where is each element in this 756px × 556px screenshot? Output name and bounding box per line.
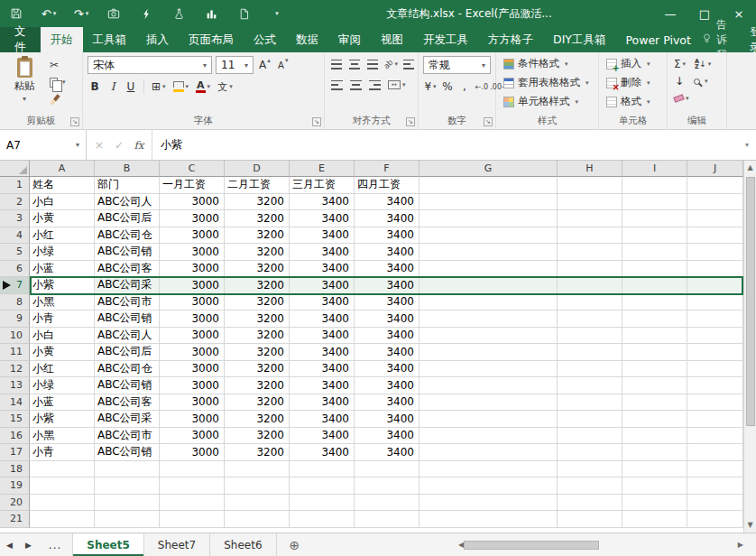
column-header-D[interactable]: D	[225, 161, 290, 177]
row-header-1[interactable]: 1	[0, 177, 30, 194]
font-size-select[interactable]: 11▾	[216, 56, 254, 74]
cell-I2[interactable]	[622, 194, 687, 211]
cell-F14[interactable]: 3400	[355, 394, 419, 412]
conditional-formatting-button[interactable]: 条件格式▾	[501, 54, 594, 73]
percent-button[interactable]: %	[440, 79, 455, 95]
cell-I19[interactable]	[622, 477, 687, 495]
cell-D1[interactable]: 二月工资	[225, 177, 290, 194]
row-header-14[interactable]: 14	[0, 394, 30, 412]
tab-DIY工具箱[interactable]: DIY工具箱	[543, 27, 615, 52]
cell-H14[interactable]	[558, 394, 622, 412]
column-header-A[interactable]: A	[30, 161, 95, 177]
cell-A21[interactable]	[30, 511, 95, 528]
cell-B1[interactable]: 部门	[95, 177, 160, 194]
align-top-button[interactable]	[329, 56, 344, 72]
cell-F18[interactable]	[355, 461, 419, 478]
tab-审阅[interactable]: 审阅	[328, 27, 371, 52]
cell-H2[interactable]	[558, 194, 622, 211]
column-header-I[interactable]: I	[622, 161, 687, 177]
cell-E6[interactable]: 3400	[290, 261, 355, 278]
cell-J18[interactable]	[687, 461, 743, 478]
flask-icon[interactable]	[170, 3, 188, 24]
cell-D5[interactable]: 3200	[225, 244, 290, 261]
row-header-15[interactable]: 15	[0, 411, 30, 428]
cell-J21[interactable]	[687, 511, 743, 528]
autosum-button[interactable]: Σ▾	[672, 56, 687, 72]
row-header-20[interactable]: 20	[0, 495, 30, 512]
cell-G8[interactable]	[419, 294, 558, 311]
cell-C9[interactable]: 3000	[160, 310, 225, 328]
font-dialog-launcher[interactable]: ↘	[312, 117, 321, 126]
cell-I14[interactable]	[622, 394, 687, 412]
cell-J2[interactable]	[687, 194, 743, 211]
cell-B3[interactable]: ABC公司后	[95, 210, 160, 227]
cell-I18[interactable]	[622, 461, 687, 478]
insert-function-icon[interactable]: fx	[129, 139, 149, 152]
cell-I6[interactable]	[622, 261, 687, 278]
cell-H7[interactable]	[558, 277, 622, 294]
row-header-18[interactable]: 18	[0, 461, 30, 478]
sheet-tab-Sheet5[interactable]: Sheet5	[73, 533, 144, 556]
cell-D11[interactable]: 3200	[225, 344, 290, 361]
cell-F10[interactable]: 3400	[355, 328, 419, 345]
cell-E3[interactable]: 3400	[290, 210, 355, 227]
comma-button[interactable]: ,	[457, 79, 472, 95]
cell-G20[interactable]	[419, 495, 558, 512]
cell-C4[interactable]: 3000	[160, 227, 225, 245]
cell-B14[interactable]: ABC公司客	[95, 394, 160, 412]
cell-D20[interactable]	[225, 495, 290, 512]
cell-H13[interactable]	[558, 377, 622, 394]
cell-D10[interactable]: 3200	[225, 328, 290, 345]
column-header-H[interactable]: H	[558, 161, 622, 177]
cell-A3[interactable]: 小黄	[30, 210, 95, 227]
lightning-icon[interactable]	[137, 3, 155, 24]
cell-E5[interactable]: 3400	[290, 244, 355, 261]
borders-button[interactable]: ⊞▾	[150, 79, 168, 95]
cell-A2[interactable]: 小白	[30, 194, 95, 211]
cell-E13[interactable]: 3400	[290, 377, 355, 394]
cell-E17[interactable]: 3400	[290, 444, 355, 461]
bold-button[interactable]: B	[88, 79, 102, 95]
cell-I20[interactable]	[622, 495, 687, 512]
cell-B16[interactable]: ABC公司市	[95, 428, 160, 445]
cell-J1[interactable]	[687, 177, 743, 194]
cell-B7[interactable]: ABC公司采	[95, 277, 160, 294]
row-header-3[interactable]: 3	[0, 210, 30, 227]
copy-button[interactable]: ▾	[50, 75, 66, 89]
font-color-button[interactable]: A▾	[194, 79, 212, 95]
cell-H21[interactable]	[558, 511, 622, 528]
cell-D18[interactable]	[225, 461, 290, 478]
cell-F17[interactable]: 3400	[355, 444, 419, 461]
cell-J7[interactable]	[687, 277, 743, 294]
cell-I17[interactable]	[622, 444, 687, 461]
tab-插入[interactable]: 插入	[136, 27, 179, 52]
cell-E4[interactable]: 3400	[290, 227, 355, 245]
cell-A13[interactable]: 小绿	[30, 377, 95, 394]
cell-E12[interactable]: 3400	[290, 361, 355, 378]
underline-button[interactable]: U	[124, 79, 138, 95]
cell-D16[interactable]: 3200	[225, 428, 290, 445]
cell-D12[interactable]: 3200	[225, 361, 290, 378]
scroll-up-icon[interactable]: ▲	[747, 161, 752, 175]
cell-H4[interactable]	[558, 227, 622, 245]
scroll-down-icon[interactable]: ▼	[747, 518, 752, 533]
cell-C21[interactable]	[160, 511, 225, 528]
sheet-tab-Sheet6[interactable]: Sheet6	[210, 533, 276, 556]
cell-F7[interactable]: 3400	[355, 277, 419, 294]
qat-customize-icon[interactable]: ▾	[267, 3, 285, 24]
cell-F12[interactable]: 3400	[355, 361, 419, 378]
cell-C7[interactable]: 3000	[160, 277, 225, 294]
cell-D15[interactable]: 3200	[225, 411, 290, 428]
cell-I5[interactable]	[622, 244, 687, 261]
cell-G3[interactable]	[419, 210, 558, 227]
tab-视图[interactable]: 视图	[371, 27, 413, 52]
cell-styles-button[interactable]: 单元格样式▾	[501, 92, 594, 111]
cell-J13[interactable]	[687, 377, 743, 394]
cell-J12[interactable]	[687, 361, 743, 378]
cancel-icon[interactable]: ×	[89, 139, 109, 152]
cell-J5[interactable]	[687, 244, 743, 261]
cell-G12[interactable]	[419, 361, 558, 378]
column-header-F[interactable]: F	[355, 161, 419, 177]
cell-G14[interactable]	[419, 394, 558, 412]
cell-D2[interactable]: 3200	[225, 194, 290, 211]
